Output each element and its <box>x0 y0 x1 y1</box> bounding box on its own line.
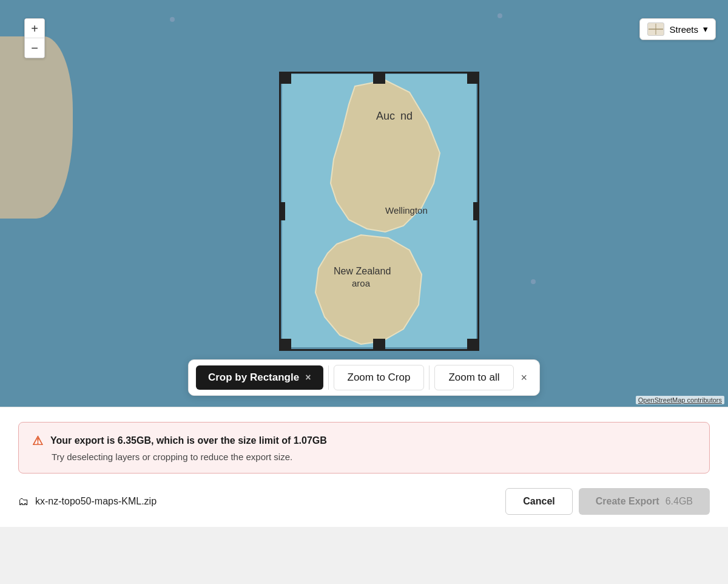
crop-handle-bottommid[interactable] <box>373 339 385 351</box>
warning-title-text: Your export is 6.35GB, which is over the… <box>50 435 327 446</box>
export-size-badge: 6.4GB <box>666 496 693 507</box>
footer-row: 🗂 kx-nz-topo50-maps-KML.zip Cancel Creat… <box>18 488 710 515</box>
warning-title: ⚠ Your export is 6.35GB, which is over t… <box>32 433 696 448</box>
osm-attribution[interactable]: OpenStreetMap contributors <box>636 396 724 404</box>
crop-by-rectangle-button[interactable]: Crop by Rectangle × <box>196 365 323 390</box>
bottom-panel: ⚠ Your export is 6.35GB, which is over t… <box>0 407 728 527</box>
map-dot <box>531 279 536 284</box>
crop-handle-midright[interactable] <box>473 202 479 220</box>
crop-handle-bottomright[interactable] <box>467 339 479 351</box>
file-icon: 🗂 <box>18 495 29 508</box>
toolbar-divider-1 <box>328 365 329 390</box>
crop-handle-midleft[interactable] <box>279 202 285 220</box>
zoom-in-button[interactable]: + <box>25 19 44 38</box>
map-dot <box>497 13 502 18</box>
crop-handle-bottomleft[interactable] <box>279 339 291 351</box>
zoom-to-crop-button[interactable]: Zoom to Crop <box>334 365 425 390</box>
file-name: kx-nz-topo50-maps-KML.zip <box>35 496 157 507</box>
zoom-to-all-button[interactable]: Zoom to all <box>434 365 513 390</box>
streets-selector[interactable]: Streets ▾ <box>639 18 716 40</box>
create-export-label: Create Export <box>596 496 659 507</box>
warning-subtitle: Try deselecting layers or cropping to re… <box>32 452 696 462</box>
crop-handle-topright[interactable] <box>467 72 479 84</box>
create-export-button: Create Export 6.4GB <box>579 488 710 515</box>
zoom-controls: + − <box>24 18 45 58</box>
file-info: 🗂 kx-nz-topo50-maps-KML.zip <box>18 495 157 508</box>
map-toolbar: Crop by Rectangle × Zoom to Crop Zoom to… <box>188 359 540 396</box>
crop-handle-topmid[interactable] <box>373 72 385 84</box>
australia-land <box>0 36 73 219</box>
warning-box: ⚠ Your export is 6.35GB, which is over t… <box>18 422 710 474</box>
cancel-button[interactable]: Cancel <box>505 488 572 515</box>
crop-handle-topleft[interactable] <box>279 72 291 84</box>
streets-chevron-icon: ▾ <box>703 24 708 35</box>
crop-rectangle[interactable] <box>279 72 479 351</box>
warning-icon: ⚠ <box>32 433 43 448</box>
streets-label: Streets <box>669 24 698 35</box>
crop-close-icon[interactable]: × <box>305 372 311 383</box>
crop-by-rectangle-label: Crop by Rectangle <box>208 372 299 384</box>
toolbar-divider-2 <box>429 365 430 390</box>
zoom-out-button[interactable]: − <box>25 38 44 58</box>
map-dot <box>170 17 175 22</box>
map-container: Auc nd Wellington New Zealand aroa + − S… <box>0 0 728 407</box>
footer-buttons: Cancel Create Export 6.4GB <box>505 488 710 515</box>
streets-map-icon <box>647 22 664 36</box>
zoom-close-button[interactable]: × <box>516 369 533 387</box>
